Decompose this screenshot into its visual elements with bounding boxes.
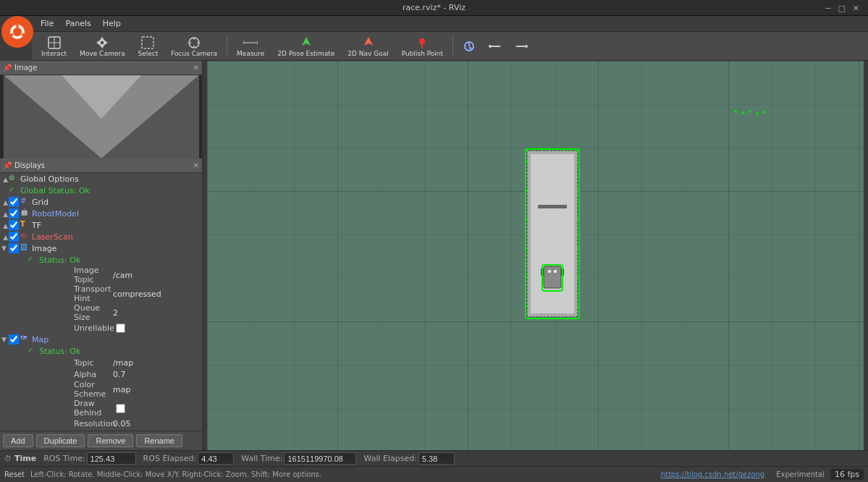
tree-item-grid[interactable]: ▶ # Grid bbox=[0, 196, 202, 208]
displays-content[interactable]: ▶ ⚙ Global Options ▶ ✓ Global Status: Ok… bbox=[0, 173, 202, 431]
image-checkbox[interactable] bbox=[9, 243, 19, 253]
resolution-label: Resolution bbox=[33, 419, 113, 428]
svg-point-59 bbox=[525, 190, 527, 192]
image-panel-pin[interactable]: 📌 bbox=[3, 64, 12, 72]
svg-point-83 bbox=[558, 318, 560, 320]
ubuntu-icon[interactable] bbox=[1, 16, 33, 48]
map-topic-value: /map bbox=[113, 358, 201, 368]
tool-publish-point[interactable]: Publish Point bbox=[397, 33, 448, 59]
tool-move-camera[interactable]: Move Camera bbox=[75, 33, 130, 59]
map-color-row: Color Scheme map bbox=[0, 380, 202, 399]
tf-checkbox[interactable] bbox=[9, 220, 19, 230]
tree-item-image[interactable]: ▼ 🖼 Image bbox=[0, 242, 202, 254]
toolbar: Interact Move Camera Select Focus Camera… bbox=[32, 32, 868, 61]
svg-point-75 bbox=[578, 262, 580, 264]
laser-scan-label: LaserScan bbox=[32, 232, 201, 242]
img-status-label: Status: Ok bbox=[39, 255, 201, 265]
expand-global-options[interactable]: ▶ bbox=[1, 175, 9, 182]
displays-buttons: Add Duplicate Remove Rename bbox=[0, 431, 202, 450]
add-button[interactable]: Add bbox=[3, 434, 33, 447]
expand-map[interactable]: ▼ bbox=[1, 336, 9, 343]
tree-item-global-options[interactable]: ▶ ⚙ Global Options bbox=[0, 173, 202, 185]
tool-2d-pose[interactable]: 2D Pose Estimate bbox=[272, 33, 340, 59]
main-area: 📌 Image ✕ 📌 Displays ✕ ▶ ⚙ bbox=[0, 61, 868, 450]
svg-point-37 bbox=[756, 112, 759, 115]
queue-size-label: Queue Size bbox=[33, 303, 113, 322]
image-topic-label: Image Topic bbox=[33, 266, 113, 284]
duplicate-button[interactable]: Duplicate bbox=[36, 434, 85, 447]
tf-label: TF bbox=[32, 221, 201, 230]
tool-select[interactable]: Select bbox=[132, 33, 163, 59]
displays-pin[interactable]: 📌 bbox=[3, 161, 12, 169]
robot-visualization bbox=[523, 147, 581, 323]
reset-button[interactable]: Reset bbox=[4, 470, 25, 478]
transport-hint-label: Transport Hint bbox=[33, 284, 113, 303]
map-checkbox[interactable] bbox=[9, 334, 19, 344]
displays-title: Displays bbox=[14, 161, 45, 169]
svg-point-85 bbox=[573, 318, 575, 320]
tree-item-robot-model[interactable]: ▶ 🤖 RobotModel bbox=[0, 208, 202, 219]
measure-icon bbox=[243, 35, 258, 50]
svg-point-38 bbox=[763, 111, 766, 114]
svg-point-2 bbox=[16, 25, 19, 28]
laser-scan-checkbox[interactable] bbox=[9, 232, 19, 242]
tool-measure[interactable]: Measure bbox=[232, 33, 269, 59]
expand-tf[interactable]: ▶ bbox=[1, 221, 9, 229]
camera-view bbox=[4, 75, 199, 158]
tool-extra2[interactable] bbox=[484, 38, 507, 55]
laser-scan-icon: ⟲ bbox=[20, 232, 30, 242]
wall-elapsed-field[interactable] bbox=[418, 452, 455, 465]
remove-button[interactable]: Remove bbox=[88, 434, 133, 447]
map-color-value: map bbox=[113, 385, 201, 394]
svg-point-79 bbox=[529, 318, 531, 320]
svg-point-84 bbox=[565, 318, 568, 321]
grid-label: Grid bbox=[32, 198, 201, 207]
robot-model-icon: 🤖 bbox=[20, 208, 30, 219]
left-panel: 📌 Image ✕ 📌 Displays ✕ ▶ ⚙ bbox=[0, 61, 203, 450]
robot-model-checkbox[interactable] bbox=[9, 208, 19, 219]
displays-header: 📌 Displays ✕ bbox=[0, 158, 202, 173]
resolution-value: 0.05 bbox=[113, 419, 201, 428]
timebar[interactable]: ⏱ Time ROS Time: ROS Elapsed: Wall Time:… bbox=[0, 450, 868, 466]
image-unreliable-checkbox[interactable] bbox=[116, 324, 125, 333]
website-link[interactable]: https://blog.csdn.net/gezong bbox=[661, 470, 765, 478]
map-alpha-row: Alpha 0.7 bbox=[0, 368, 202, 380]
grid-checkbox[interactable] bbox=[9, 197, 19, 207]
resize-handle-right[interactable]: ⋮ bbox=[864, 61, 868, 450]
tool-2d-nav[interactable]: 2D Nav Goal bbox=[342, 33, 393, 59]
tool-extra1[interactable] bbox=[458, 38, 481, 55]
tree-item-map[interactable]: ▼ 🗺 Map bbox=[0, 334, 202, 345]
displays-close[interactable]: ✕ bbox=[193, 161, 199, 169]
expand-robot-model[interactable]: ▶ bbox=[1, 210, 9, 217]
tool-focus-camera[interactable]: Focus Camera bbox=[166, 33, 222, 59]
wall-time-field[interactable] bbox=[284, 452, 356, 465]
image-panel-close[interactable]: ✕ bbox=[193, 64, 199, 72]
image-status-row: ▶ ✓ Status: Ok bbox=[0, 254, 202, 266]
menu-help[interactable]: Help bbox=[97, 17, 127, 30]
menu-file[interactable]: File bbox=[35, 17, 59, 30]
tree-item-global-status[interactable]: ▶ ✓ Global Status: Ok bbox=[0, 185, 202, 196]
svg-rect-43 bbox=[544, 266, 561, 288]
maximize-button[interactable]: □ bbox=[835, 4, 848, 13]
status-hint: Left-Click: Rotate. Middle-Click: Move X… bbox=[30, 470, 321, 478]
image-content bbox=[0, 75, 202, 158]
expand-laser-scan[interactable]: ▶ bbox=[1, 233, 9, 240]
tree-item-tf[interactable]: ▶ T TF bbox=[0, 219, 202, 231]
tree-item-laser-scan[interactable]: ▶ ⟲ LaserScan bbox=[0, 231, 202, 242]
expand-image[interactable]: ▼ bbox=[1, 245, 9, 252]
transport-hint-value: compressed bbox=[113, 289, 201, 299]
menu-panels[interactable]: Panels bbox=[59, 17, 96, 30]
draw-behind-checkbox[interactable] bbox=[116, 404, 125, 413]
tool-extra3[interactable] bbox=[510, 38, 533, 55]
ros-time-field[interactable] bbox=[87, 452, 136, 465]
tool-interact[interactable]: Interact bbox=[36, 33, 72, 59]
move-camera-icon bbox=[95, 35, 109, 50]
close-button[interactable]: ✕ bbox=[850, 4, 862, 13]
svg-point-3 bbox=[22, 33, 25, 36]
rename-button[interactable]: Rename bbox=[136, 434, 182, 447]
viewport[interactable]: ⋮ bbox=[207, 61, 868, 450]
minimize-button[interactable]: ─ bbox=[823, 4, 834, 13]
expand-grid[interactable]: ▶ bbox=[1, 198, 9, 206]
ros-elapsed-field[interactable] bbox=[198, 452, 234, 465]
displays-panel: 📌 Displays ✕ ▶ ⚙ Global Options ▶ ✓ Glob… bbox=[0, 158, 202, 450]
